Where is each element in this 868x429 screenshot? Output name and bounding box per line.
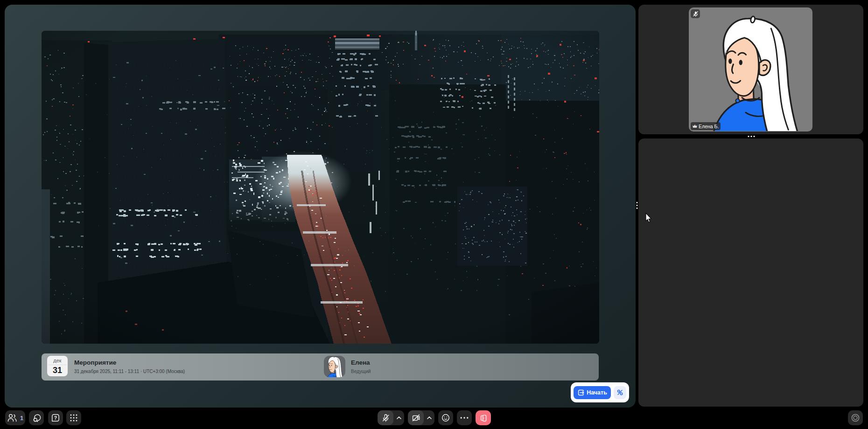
svg-text:1: 1 <box>20 415 23 421</box>
svg-text:?: ? <box>54 415 57 421</box>
